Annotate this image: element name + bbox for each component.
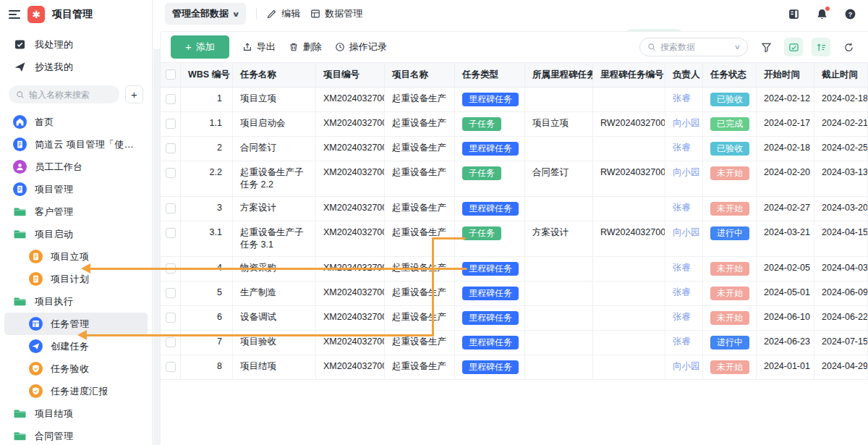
cell-task-name: 项目启动会 — [233, 112, 316, 136]
column-header-截止时间[interactable]: 截止时间 — [814, 63, 868, 87]
cell-owner-link[interactable]: 张睿 — [665, 197, 703, 221]
column-header-任务名称[interactable]: 任务名称 — [233, 63, 316, 87]
edit-button[interactable]: 编辑 — [267, 7, 300, 20]
cell-owner-link[interactable]: 向小园 — [665, 221, 703, 256]
sidebar-nav-list: 首页 简道云 项目管理「使用说明」 员工工作台 项目管理 客户管理 项目启动 项… — [0, 111, 152, 445]
sidebar-item-合同管理[interactable]: 合同管理 — [4, 425, 148, 445]
sidebar-item-my-tasks[interactable]: 我处理的 — [4, 33, 148, 56]
refresh-button[interactable] — [839, 38, 858, 56]
cell-project-no: XM20240327001 — [316, 221, 385, 256]
sidebar-item-label: 任务管理 — [51, 318, 89, 331]
sidebar-item-项目执行[interactable]: 项目执行 — [4, 290, 148, 313]
table-row[interactable]: 8 项目结项 XM20240327001 起重设备生产 里程碑任务 向小园 未开… — [161, 355, 868, 380]
sidebar-item-创建任务[interactable]: 创建任务 — [4, 335, 148, 357]
sidebar-item-项目立项[interactable]: 项目立项 — [4, 245, 148, 268]
collapse-menu-icon[interactable] — [9, 10, 20, 19]
row-checkbox[interactable] — [161, 197, 181, 221]
cell-owner-link[interactable]: 向小园 — [665, 355, 703, 379]
sidebar-search-input[interactable] — [29, 90, 112, 100]
sidebar-search[interactable] — [9, 85, 119, 103]
row-checkbox[interactable] — [161, 88, 181, 111]
task-type-badge: 里程碑任务 — [462, 262, 519, 276]
sidebar-item-任务管理[interactable]: 任务管理 — [4, 313, 148, 335]
sidebar-item-简道云 项目管理「使用说明」[interactable]: 简道云 项目管理「使用说明」 — [4, 133, 148, 156]
column-header-任务状态[interactable]: 任务状态 — [703, 63, 757, 87]
sidebar-item-项目计划[interactable]: 项目计划 — [4, 268, 148, 290]
row-checkbox[interactable] — [161, 306, 181, 330]
delete-button[interactable]: 删除 — [289, 41, 322, 54]
cell-owner-link[interactable]: 向小园 — [665, 112, 703, 136]
table-row[interactable]: 1 项目立项 XM20240327001 起重设备生产 里程碑任务 张睿 已验收… — [161, 88, 868, 112]
table-search[interactable]: ∨ — [639, 38, 748, 56]
sidebar-item-客户管理[interactable]: 客户管理 — [4, 200, 148, 223]
cell-owner-link[interactable]: 张睿 — [665, 257, 703, 281]
cell-owner-link[interactable]: 张睿 — [665, 88, 703, 111]
cell-owner-link[interactable]: 张睿 — [665, 306, 703, 330]
table-row[interactable]: 6 设备调试 XM20240327001 起重设备生产 里程碑任务 张睿 未开始… — [161, 306, 868, 331]
column-header-里程碑任务编号[interactable]: 里程碑任务编号 — [593, 63, 665, 87]
send-icon — [29, 339, 43, 353]
column-header-项目名称[interactable]: 项目名称 — [385, 63, 455, 87]
row-checkbox[interactable] — [161, 355, 181, 379]
row-checkbox[interactable] — [161, 281, 181, 305]
column-header-负责人[interactable]: 负责人 — [665, 63, 703, 87]
add-app-button[interactable]: + — [125, 85, 143, 103]
table-search-input[interactable] — [660, 42, 731, 52]
sidebar-item-cc-me[interactable]: 抄送我的 — [4, 56, 148, 78]
home-icon — [13, 115, 27, 129]
cell-task-name: 项目立项 — [233, 88, 316, 111]
column-header-所属里程碑任务[interactable]: 所属里程碑任务 — [525, 63, 593, 87]
cell-project-no: XM20240327001 — [316, 88, 385, 111]
table-row[interactable]: 5 生产制造 XM20240327001 起重设备生产 里程碑任务 张睿 未开始… — [161, 281, 868, 306]
operation-log-button[interactable]: 操作记录 — [335, 41, 387, 54]
cell-owner-link[interactable]: 向小园 — [665, 161, 703, 196]
select-all-checkbox[interactable] — [161, 63, 181, 87]
display-settings-button[interactable] — [784, 38, 803, 56]
clock-icon — [335, 42, 345, 52]
sort-settings-button[interactable] — [812, 38, 830, 56]
filter-button[interactable] — [757, 38, 775, 56]
row-checkbox[interactable] — [161, 161, 181, 196]
app-logo-icon: ✱ — [27, 6, 45, 23]
table-row[interactable]: 3.1 起重设备生产子任务 3.1 XM20240327001 起重设备生产 子… — [161, 221, 868, 257]
cell-milestone-no — [593, 137, 665, 161]
table-row[interactable]: 1.1 项目启动会 XM20240327001 起重设备生产 子任务 项目立项 … — [161, 112, 868, 137]
table-row[interactable]: 2 合同签订 XM20240327001 起重设备生产 里程碑任务 张睿 已验收… — [161, 137, 868, 161]
sidebar-item-label: 项目管理 — [35, 183, 73, 196]
column-header-开始时间[interactable]: 开始时间 — [757, 63, 814, 87]
cell-milestone-no — [593, 355, 665, 379]
cell-end-date: 2024-04-15 — [814, 221, 868, 256]
sidebar-item-任务验收[interactable]: 任务验收 — [4, 357, 148, 380]
add-record-button[interactable]: + 添加 — [171, 35, 229, 59]
cell-end-date: 2024-04-03 — [814, 257, 868, 281]
sidebar-item-任务进度汇报[interactable]: 任务进度汇报 — [4, 380, 148, 402]
chevron-down-icon[interactable]: ∨ — [734, 43, 741, 51]
column-header-WBS 编号[interactable]: WBS 编号 ↑ — [181, 63, 233, 87]
row-checkbox[interactable] — [161, 112, 181, 136]
cell-end-date: 2024-02-18 — [814, 88, 868, 111]
export-button[interactable]: 导出 — [242, 41, 276, 54]
task-status-badge: 未开始 — [710, 360, 749, 374]
table-row[interactable]: 3 方案设计 XM20240327001 起重设备生产 里程碑任务 张睿 未开始… — [161, 197, 868, 221]
data-manage-button[interactable]: 数据管理 — [310, 7, 362, 20]
table-row[interactable]: 2.2 起重设备生产子任务 2.2 XM20240327001 起重设备生产 子… — [161, 161, 868, 197]
notification-bell-icon[interactable] — [816, 8, 828, 20]
manage-all-data-dropdown[interactable]: 管理全部数据 ∨ — [165, 3, 246, 25]
cell-owner-link[interactable]: 张睿 — [665, 137, 703, 161]
row-checkbox[interactable] — [161, 221, 181, 256]
sidebar-item-首页[interactable]: 首页 — [4, 111, 148, 133]
cell-owner-link[interactable]: 张睿 — [665, 281, 703, 305]
docs-panel-icon[interactable] — [788, 8, 800, 20]
help-icon[interactable]: ? — [844, 8, 856, 20]
cell-status: 已验收 — [703, 88, 757, 111]
task-status-badge: 未开始 — [710, 166, 749, 180]
sidebar-item-项目管理[interactable]: 项目管理 — [4, 178, 148, 200]
cell-owner-link[interactable]: 张睿 — [665, 331, 703, 355]
column-header-任务类型[interactable]: 任务类型 — [455, 63, 525, 87]
column-header-项目编号[interactable]: 项目编号 — [316, 63, 385, 87]
sidebar-item-员工工作台[interactable]: 员工工作台 — [4, 156, 148, 178]
row-checkbox[interactable] — [161, 137, 181, 161]
sidebar-item-项目结项[interactable]: 项目结项 — [4, 402, 148, 425]
cell-task-type: 里程碑任务 — [455, 137, 525, 161]
sidebar-item-项目启动[interactable]: 项目启动 — [4, 223, 148, 245]
